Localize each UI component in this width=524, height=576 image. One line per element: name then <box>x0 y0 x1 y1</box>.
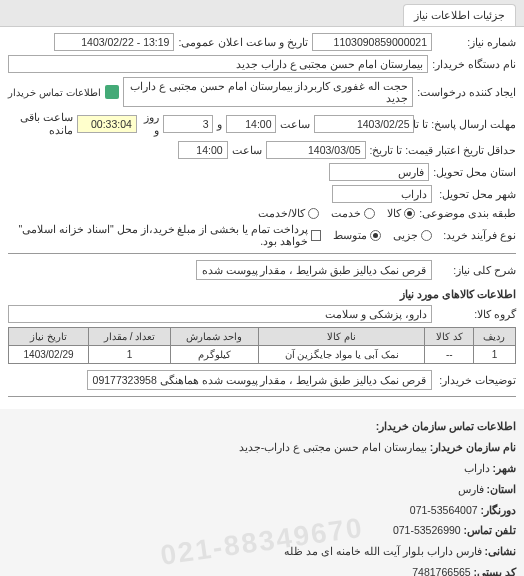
time-remaining-label: ساعت باقی مانده <box>8 111 73 137</box>
deadline-time-field: 14:00 <box>226 115 276 133</box>
tab-need-details[interactable]: جزئیات اطلاعات نیاز <box>403 4 516 26</box>
validity-date-field: 1403/03/05 <box>266 141 366 159</box>
radio-service-label: خدمت <box>331 207 361 219</box>
radio-goods[interactable] <box>404 208 415 219</box>
th-qty: تعداد / مقدار <box>89 328 171 346</box>
buyer-device-label: نام دستگاه خریدار: <box>432 58 516 70</box>
radio-goods-service-label: کالا/خدمت <box>258 207 305 219</box>
radio-medium[interactable] <box>370 230 381 241</box>
delivery-province-label: استان محل تحویل: <box>433 166 516 178</box>
radio-service[interactable] <box>364 208 375 219</box>
radio-goods-service[interactable] <box>308 208 319 219</box>
buyer-device-field: بیمارستان امام حسن مجتبی ع داراب جدید <box>8 55 428 73</box>
buyer-notes-field: قرص نمک دیالیز طبق شرایط ، مقدار پیوست ش… <box>87 370 432 390</box>
and-label: و <box>217 118 222 131</box>
org-name-value: بیمارستان امام حسن مجتبی ع داراب-جدید <box>239 441 427 453</box>
process-radio-group: جزیی متوسط پرداخت تمام یا بخشی از مبلغ خ… <box>8 223 432 247</box>
cell-date: 1403/02/29 <box>9 346 89 364</box>
overall-desc-field: قرص نمک دیالیز طبق شرایط ، مقدار پیوست ش… <box>196 260 432 280</box>
cell-unit: کیلوگرم <box>170 346 258 364</box>
checkbox-treasury[interactable] <box>311 230 321 241</box>
buyer-contact-link[interactable]: اطلاعات تماس خریدار <box>8 87 101 98</box>
tab-bar: جزئیات اطلاعات نیاز <box>0 0 524 27</box>
radio-small-label: جزیی <box>393 229 418 241</box>
contact-section-title: اطلاعات تماس سازمان خریدار: <box>376 420 516 432</box>
radio-goods-label: کالا <box>387 207 401 219</box>
process-label: نوع فرآیند خرید: <box>436 229 516 241</box>
th-idx: ردیف <box>473 328 515 346</box>
province-label: استان: <box>487 483 517 495</box>
time-remaining-field: 00:33:04 <box>77 115 137 133</box>
address-value: فارس داراب بلوار آیت الله خامنه ای مد ظل… <box>284 545 481 557</box>
group-field: دارو، پزشکی و سلامت <box>8 305 432 323</box>
days-remaining-field: 3 <box>163 115 213 133</box>
radio-small[interactable] <box>421 230 432 241</box>
radio-medium-label: متوسط <box>333 229 367 241</box>
category-label: طبقه بندی موضوعی: <box>419 207 516 219</box>
requester-label: ایجاد کننده درخواست: <box>417 86 516 98</box>
address-label: نشانی: <box>485 545 517 557</box>
cell-name: نمک آبی یا مواد جایگزین آن <box>258 346 425 364</box>
overall-desc-label: شرح کلی نیاز: <box>436 264 516 276</box>
buyer-contact-block: 021-88349670 اطلاعات تماس سازمان خریدار:… <box>0 409 524 576</box>
postal-label: کد پستی: <box>474 566 516 576</box>
contact-icon[interactable] <box>105 85 119 99</box>
need-number-label: شماره نیاز: <box>436 36 516 48</box>
city-label: شهر: <box>493 462 517 474</box>
province-value: فارس <box>458 483 484 495</box>
postal-value: 7481766565 <box>412 566 470 576</box>
goods-table: ردیف کد کالا نام کالا واحد شمارش تعداد /… <box>8 327 516 364</box>
table-row[interactable]: 1 -- نمک آبی یا مواد جایگزین آن کیلوگرم … <box>9 346 516 364</box>
delivery-province-field: فارس <box>329 163 429 181</box>
validity-label: حداقل تاریخ اعتبار قیمت: تا تاریخ: <box>370 144 516 156</box>
category-radio-group: کالا خدمت کالا/خدمت <box>258 207 415 219</box>
th-name: نام کالا <box>258 328 425 346</box>
th-date: تاریخ نیاز <box>9 328 89 346</box>
org-name-label: نام سازمان خریدار: <box>430 441 516 453</box>
city-value: داراب <box>464 462 490 474</box>
group-label: گروه کالا: <box>436 308 516 320</box>
fax-value: 53564007-071 <box>410 504 478 516</box>
public-datetime-field: 13:19 - 1403/02/22 <box>54 33 174 51</box>
public-datetime-label: تاریخ و ساعت اعلان عمومی: <box>178 36 308 48</box>
cell-qty: 1 <box>89 346 171 364</box>
delivery-city-label: شهر محل تحویل: <box>436 188 516 200</box>
day-and-label: روز و <box>141 111 160 137</box>
time-label-1: ساعت <box>280 118 310 131</box>
phone-label: تلفن تماس: <box>464 524 516 536</box>
requester-field: حجت اله غفوری کاربرداز بیمارستان امام حس… <box>123 77 414 107</box>
table-header-row: ردیف کد کالا نام کالا واحد شمارش تعداد /… <box>9 328 516 346</box>
goods-section-title: اطلاعات کالاهای مورد نیاز <box>8 284 516 305</box>
need-number-field: 1103090859000021 <box>312 33 432 51</box>
th-unit: واحد شمارش <box>170 328 258 346</box>
fax-label: دورنگار: <box>481 504 517 516</box>
need-header-section: شماره نیاز: 1103090859000021 تاریخ و ساع… <box>0 27 524 409</box>
time-label-2: ساعت <box>232 144 262 157</box>
buyer-notes-label: توضیحات خریدار: <box>436 374 516 386</box>
deadline-label: مهلت ارسال پاسخ: تا تاریخ: <box>418 118 516 130</box>
phone-value: 53526990-071 <box>393 524 461 536</box>
cell-code: -- <box>425 346 474 364</box>
th-code: کد کالا <box>425 328 474 346</box>
deadline-date-field: 1403/02/25 <box>314 115 414 133</box>
cell-idx: 1 <box>473 346 515 364</box>
delivery-city-field: داراب <box>332 185 432 203</box>
validity-time-field: 14:00 <box>178 141 228 159</box>
treasury-note: پرداخت تمام یا بخشی از مبلغ خرید،از محل … <box>8 223 308 247</box>
